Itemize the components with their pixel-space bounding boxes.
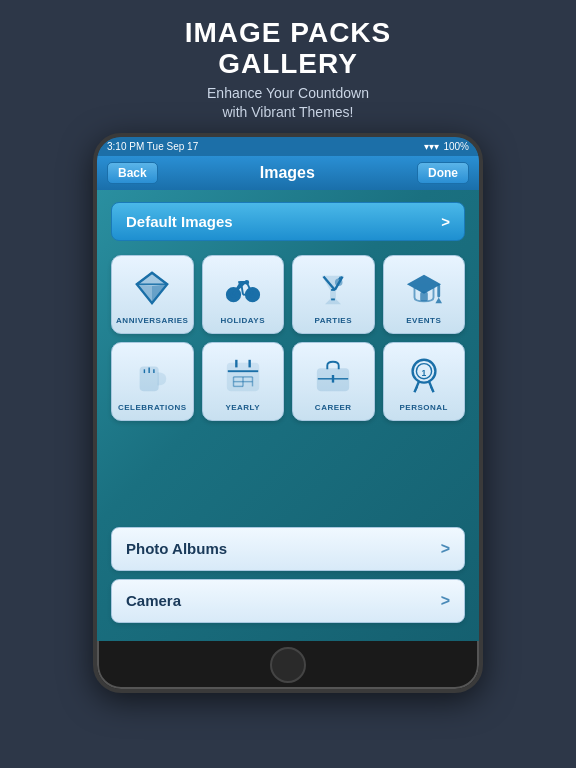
app-subtitle: Enhance Your Countdown with Vibrant Them… xyxy=(185,84,392,123)
grid-item-anniversaries[interactable]: ANNIVERSARIES xyxy=(111,255,194,334)
default-images-label: Default Images xyxy=(126,213,233,230)
anniversaries-label: ANNIVERSARIES xyxy=(116,316,188,325)
nav-bar: Back Images Done xyxy=(97,156,479,190)
svg-marker-22 xyxy=(435,297,442,303)
screen-content: Default Images > ANNIVERSARIES xyxy=(97,190,479,641)
battery-icon: 100% xyxy=(443,141,469,152)
photo-albums-chevron: > xyxy=(441,540,450,558)
svg-text:1: 1 xyxy=(421,368,426,378)
camera-button[interactable]: Camera > xyxy=(111,579,465,623)
back-button[interactable]: Back xyxy=(107,162,158,184)
grid-item-parties[interactable]: PARTIES xyxy=(292,255,375,334)
camera-chevron: > xyxy=(441,592,450,610)
nav-title: Images xyxy=(260,164,315,182)
camera-label: Camera xyxy=(126,592,181,609)
svg-rect-21 xyxy=(437,284,440,297)
svg-point-12 xyxy=(245,281,248,284)
tablet-device: 3:10 PM Tue Sep 17 ▾▾▾ 100% Back Images … xyxy=(93,133,483,693)
photo-albums-button[interactable]: Photo Albums > xyxy=(111,527,465,571)
grid-item-celebrations[interactable]: CELEBRATIONS xyxy=(111,342,194,421)
svg-rect-20 xyxy=(420,292,428,302)
done-button[interactable]: Done xyxy=(417,162,469,184)
svg-point-17 xyxy=(336,279,342,285)
status-bar: 3:10 PM Tue Sep 17 ▾▾▾ 100% xyxy=(97,137,479,156)
grid-item-holidays[interactable]: HOLIDAYS xyxy=(202,255,285,334)
status-icons: ▾▾▾ 100% xyxy=(424,141,469,152)
grid-item-yearly[interactable]: YEARLY xyxy=(202,342,285,421)
grid-item-personal[interactable]: 1 PERSONAL xyxy=(383,342,466,421)
yearly-label: YEARLY xyxy=(225,403,260,412)
graduation-icon xyxy=(402,266,446,310)
personal-label: PERSONAL xyxy=(400,403,448,412)
bicycle-icon xyxy=(221,266,265,310)
career-label: CAREER xyxy=(315,403,352,412)
app-title-line1: IMAGE PACKS GALLERY xyxy=(185,18,392,80)
grid-item-career[interactable]: CAREER xyxy=(292,342,375,421)
ribbon-icon: 1 xyxy=(402,353,446,397)
grid-item-events[interactable]: EVENTS xyxy=(383,255,466,334)
diamond-icon xyxy=(130,266,174,310)
status-time: 3:10 PM Tue Sep 17 xyxy=(107,141,198,152)
parties-label: PARTIES xyxy=(314,316,352,325)
holidays-label: HOLIDAYS xyxy=(220,316,265,325)
briefcase-icon xyxy=(311,353,355,397)
beer-icon xyxy=(130,353,174,397)
wifi-icon: ▾▾▾ xyxy=(424,141,439,152)
celebrations-label: CELEBRATIONS xyxy=(118,403,187,412)
home-button[interactable] xyxy=(270,647,306,683)
cocktail-icon xyxy=(311,266,355,310)
default-images-chevron: > xyxy=(441,213,450,230)
category-grid: ANNIVERSARIES xyxy=(111,255,465,421)
calendar-icon xyxy=(221,353,265,397)
photo-albums-label: Photo Albums xyxy=(126,540,227,557)
svg-line-46 xyxy=(430,386,433,392)
bottom-buttons: Photo Albums > Camera > xyxy=(111,527,465,623)
events-label: EVENTS xyxy=(406,316,441,325)
app-title-section: IMAGE PACKS GALLERY Enhance Your Countdo… xyxy=(185,0,392,133)
svg-marker-19 xyxy=(407,274,441,293)
default-images-button[interactable]: Default Images > xyxy=(111,202,465,241)
svg-line-45 xyxy=(414,386,417,392)
